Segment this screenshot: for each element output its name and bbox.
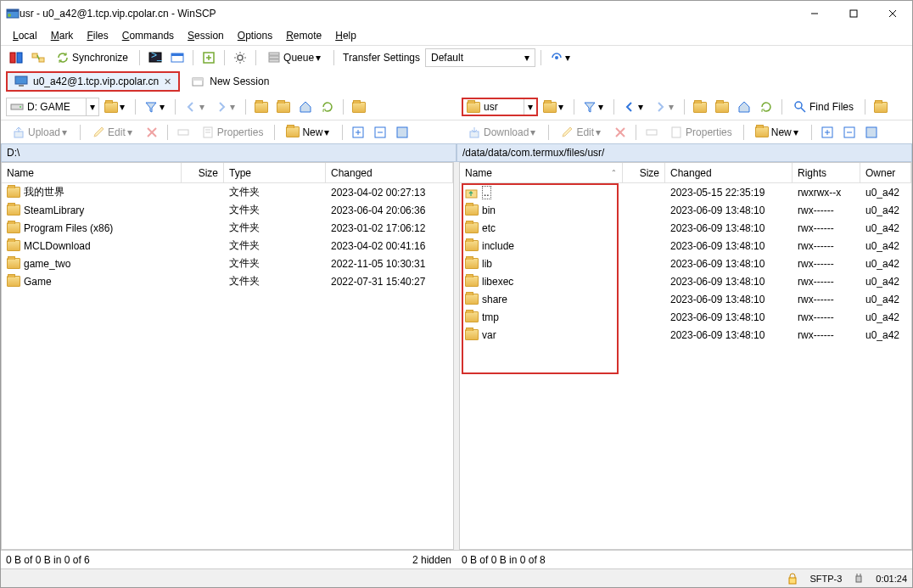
remote-refresh-button[interactable] bbox=[756, 98, 776, 116]
local-plus-button[interactable] bbox=[348, 123, 368, 142]
table-row[interactable]: Game文件夹2022-07-31 15:40:27 bbox=[2, 272, 453, 290]
folder-icon bbox=[465, 258, 479, 269]
remote-properties-button[interactable]: Properties bbox=[664, 123, 738, 142]
remote-drive-combo[interactable]: usr ▾ bbox=[462, 98, 538, 116]
remote-parent-button[interactable] bbox=[690, 98, 710, 116]
local-filter-button[interactable]: ▾ bbox=[141, 98, 170, 116]
transfer-settings-combo[interactable]: Default▾ bbox=[425, 48, 535, 67]
remote-rename-button[interactable] bbox=[641, 123, 662, 142]
table-row[interactable]: tmp2023-06-09 13:48:10rwx------u0_a42 bbox=[460, 308, 911, 326]
remote-open-button[interactable]: ▾ bbox=[540, 98, 569, 116]
table-row[interactable]: share2023-06-09 13:48:10rwx------u0_a42 bbox=[460, 290, 911, 308]
local-new-button[interactable]: New▾ bbox=[280, 123, 337, 142]
local-rename-button[interactable] bbox=[173, 123, 193, 142]
menu-remote[interactable]: Remote bbox=[279, 28, 328, 43]
close-button[interactable] bbox=[873, 1, 912, 26]
table-row[interactable]: bin2023-06-09 13:48:10rwx------u0_a42 bbox=[460, 201, 911, 219]
toggle-button[interactable]: ▾ bbox=[546, 48, 575, 67]
close-session-icon[interactable]: ✕ bbox=[164, 76, 171, 87]
local-col-changed[interactable]: Changed bbox=[326, 163, 453, 182]
remote-col-name[interactable]: Name⌃ bbox=[460, 163, 623, 182]
remote-col-size[interactable]: Size bbox=[623, 163, 665, 182]
table-row[interactable]: Program Files (x86)文件夹2023-01-02 17:06:1… bbox=[2, 219, 453, 237]
maximize-button[interactable] bbox=[834, 1, 873, 26]
local-col-type[interactable]: Type bbox=[224, 163, 326, 182]
sync-browse-button[interactable] bbox=[28, 48, 48, 67]
local-bookmark-button[interactable] bbox=[349, 98, 369, 116]
local-status-bar: 0 B of 0 B in 0 of 6 2 hidden bbox=[1, 551, 456, 568]
menu-files[interactable]: Files bbox=[80, 28, 115, 43]
local-minus-button[interactable] bbox=[370, 123, 390, 142]
new-session-button[interactable]: New Session bbox=[183, 71, 277, 92]
folder-icon bbox=[465, 276, 479, 287]
local-list[interactable]: 我的世界文件夹2023-04-02 00:27:13SteamLibrary文件… bbox=[2, 183, 453, 549]
download-button[interactable]: Download▾ bbox=[462, 123, 543, 142]
local-forward-button[interactable]: ▾ bbox=[211, 98, 240, 116]
remote-root-button[interactable] bbox=[712, 98, 732, 116]
remote-path[interactable]: /data/data/com.termux/files/usr/ bbox=[456, 143, 912, 162]
action-toolbars: Upload▾ Edit▾ Properties New▾ Download▾ … bbox=[1, 120, 912, 143]
table-row[interactable]: libexec2023-06-09 13:48:10rwx------u0_a4… bbox=[460, 272, 911, 290]
remote-find-button[interactable]: Find Files bbox=[787, 98, 860, 116]
menu-help[interactable]: Help bbox=[328, 28, 363, 43]
terminal-button[interactable] bbox=[167, 48, 188, 67]
session-tab-active[interactable]: u0_a42@1.tcp.vip.cpolar.cn ✕ bbox=[6, 71, 180, 92]
remote-edit-button[interactable]: Edit▾ bbox=[554, 123, 608, 142]
remote-forward-button[interactable]: ▾ bbox=[650, 98, 679, 116]
table-row[interactable]: game_two文件夹2022-11-05 10:30:31 bbox=[2, 255, 453, 272]
local-back-button[interactable]: ▾ bbox=[181, 98, 210, 116]
local-root-button[interactable] bbox=[273, 98, 294, 116]
remote-minus-button[interactable] bbox=[839, 123, 860, 142]
remote-bookmark-button[interactable] bbox=[871, 98, 891, 116]
connection-indicator[interactable] bbox=[852, 572, 865, 585]
remote-col-owner[interactable]: Owner bbox=[860, 163, 911, 182]
remote-select-button[interactable] bbox=[861, 123, 882, 142]
local-refresh-button[interactable] bbox=[317, 98, 338, 116]
remote-home-button[interactable] bbox=[734, 98, 754, 116]
local-col-name[interactable]: Name bbox=[2, 163, 182, 182]
remote-list[interactable]: ..2023-05-15 22:35:19rwxrwx--xu0_a42bin2… bbox=[460, 183, 911, 549]
table-row[interactable]: include2023-06-09 13:48:10rwx------u0_a4… bbox=[460, 237, 911, 255]
table-row[interactable]: ..2023-05-15 22:35:19rwxrwx--xu0_a42 bbox=[460, 183, 911, 201]
remote-plus-button[interactable] bbox=[817, 123, 837, 142]
local-delete-button[interactable] bbox=[142, 123, 162, 142]
local-home-button[interactable] bbox=[295, 98, 316, 116]
compare-button[interactable] bbox=[6, 48, 26, 67]
local-parent-button[interactable] bbox=[251, 98, 272, 116]
remote-back-button[interactable]: ▾ bbox=[619, 98, 648, 116]
minimize-button[interactable] bbox=[795, 1, 834, 26]
lock-icon bbox=[786, 572, 799, 585]
svg-rect-14 bbox=[171, 53, 183, 56]
table-row[interactable]: lib2023-06-09 13:48:10rwx------u0_a42 bbox=[460, 255, 911, 272]
remote-col-rights[interactable]: Rights bbox=[793, 163, 860, 182]
table-row[interactable]: MCLDownload文件夹2023-04-02 00:41:16 bbox=[2, 237, 453, 255]
local-properties-button[interactable]: Properties bbox=[195, 123, 270, 142]
upload-button[interactable]: Upload▾ bbox=[6, 123, 75, 142]
table-row[interactable]: var2023-06-09 13:48:10rwx------u0_a42 bbox=[460, 326, 911, 344]
folder-icon bbox=[467, 102, 480, 113]
synchronize-button[interactable]: Synchronize bbox=[50, 48, 134, 67]
menu-mark[interactable]: Mark bbox=[44, 28, 81, 43]
table-row[interactable]: 我的世界文件夹2023-04-02 00:27:13 bbox=[2, 183, 453, 201]
table-row[interactable]: SteamLibrary文件夹2023-06-04 20:06:36 bbox=[2, 201, 453, 219]
local-select-button[interactable] bbox=[392, 123, 412, 142]
menu-local[interactable]: Local bbox=[6, 28, 44, 43]
queue-button[interactable]: Queue▾ bbox=[261, 48, 328, 67]
local-open-button[interactable]: ▾ bbox=[101, 98, 130, 116]
console-button[interactable]: >_ bbox=[145, 48, 165, 67]
remote-col-changed[interactable]: Changed bbox=[665, 163, 793, 182]
menu-commands[interactable]: Commands bbox=[115, 28, 181, 43]
local-col-size[interactable]: Size bbox=[182, 163, 224, 182]
menu-session[interactable]: Session bbox=[181, 28, 231, 43]
local-drive-combo[interactable]: D: GAME ▾ bbox=[6, 98, 99, 116]
remote-new-button[interactable]: New▾ bbox=[749, 123, 806, 142]
encryption-indicator[interactable] bbox=[786, 572, 799, 585]
settings-button[interactable] bbox=[230, 48, 250, 67]
remote-delete-button[interactable] bbox=[610, 123, 630, 142]
local-edit-button[interactable]: Edit▾ bbox=[86, 123, 140, 142]
table-row[interactable]: etc2023-06-09 13:48:10rwx------u0_a42 bbox=[460, 219, 911, 237]
reconnect-button[interactable] bbox=[199, 48, 219, 67]
menu-options[interactable]: Options bbox=[231, 28, 279, 43]
remote-filter-button[interactable]: ▾ bbox=[580, 98, 608, 116]
local-path[interactable]: D:\ bbox=[1, 143, 456, 162]
